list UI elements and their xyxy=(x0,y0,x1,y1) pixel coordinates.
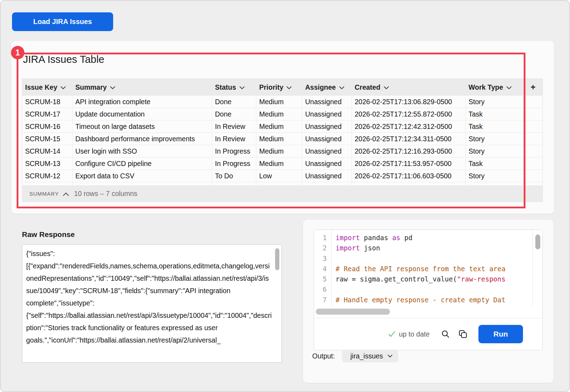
summary-toggle[interactable]: SUMMARY xyxy=(29,191,69,197)
column-header-summary[interactable]: Summary xyxy=(72,79,212,96)
table-cell[interactable]: 2026-02-25T17:12:16.293-0500 xyxy=(352,145,466,158)
table-cell[interactable]: 2026-02-25T17:11:53.957-0500 xyxy=(352,158,466,170)
table-cell[interactable]: Done xyxy=(212,108,256,120)
table-cell[interactable]: In Progress xyxy=(212,145,256,158)
code-editor-area[interactable]: 1234567 import pandas as pdimport json #… xyxy=(314,230,542,307)
table-row[interactable]: SCRUM-12Export data to CSVTo DoLowUnassi… xyxy=(22,170,542,182)
table-cell[interactable] xyxy=(256,182,302,186)
table-cell[interactable]: To Do xyxy=(212,170,256,182)
run-button[interactable]: Run xyxy=(478,325,523,343)
chevron-down-icon xyxy=(388,355,392,358)
table-cell[interactable]: SCRUM-18 xyxy=(22,96,72,108)
table-cell[interactable]: Story xyxy=(466,145,524,158)
output-select[interactable]: jira_issues xyxy=(342,350,398,362)
table-cell[interactable]: 2026-02-25T17:12:42.312-0500 xyxy=(352,120,466,133)
raw-response-textarea[interactable]: {"issues": [{"expand":"renderedFields,na… xyxy=(22,244,282,363)
column-header-work-type[interactable]: Work Type xyxy=(466,79,524,96)
table-cell[interactable]: Medium xyxy=(256,120,302,133)
table-cell[interactable] xyxy=(524,108,542,120)
table-cell[interactable]: SCRUM-12 xyxy=(22,170,72,182)
table-cell[interactable]: Story xyxy=(466,96,524,108)
table-cell[interactable] xyxy=(524,133,542,145)
table-cell[interactable]: SCRUM-17 xyxy=(22,108,72,120)
table-cell[interactable]: Configure CI/CD pipeline xyxy=(72,158,212,170)
table-cell[interactable]: Unassigned xyxy=(302,158,352,170)
table-row[interactable]: SCRUM-16Timeout on large datasetsIn Revi… xyxy=(22,120,542,133)
table-cell[interactable] xyxy=(524,158,542,170)
table-cell[interactable]: SCRUM-16 xyxy=(22,120,72,133)
column-header-issue-key[interactable]: Issue Key xyxy=(22,79,72,96)
table-cell[interactable] xyxy=(524,182,542,186)
table-cell[interactable]: API integration complete xyxy=(72,96,212,108)
table-cell[interactable]: Medium xyxy=(256,145,302,158)
table-cell[interactable] xyxy=(302,182,352,186)
table-cell[interactable] xyxy=(72,182,212,186)
table-cell[interactable]: Medium xyxy=(256,158,302,170)
table-cell[interactable]: Unassigned xyxy=(302,145,352,158)
code-editor-footer: up to date Run xyxy=(314,318,542,350)
column-header-created[interactable]: Created xyxy=(352,79,466,96)
table-cell[interactable] xyxy=(524,96,542,108)
table-cell[interactable]: Update documentation xyxy=(72,108,212,120)
table-cell[interactable]: Unassigned xyxy=(302,108,352,120)
table-cell[interactable] xyxy=(352,182,466,186)
table-cell[interactable]: Task xyxy=(466,108,524,120)
table-cell[interactable] xyxy=(22,182,72,186)
table-cell[interactable]: SCRUM-15 xyxy=(22,133,72,145)
table-cell[interactable]: In Review xyxy=(212,120,256,133)
table-row[interactable]: SCRUM-15Dashboard performance improvemen… xyxy=(22,133,542,145)
table-cell[interactable]: 2026-02-25T17:12:34.311-0500 xyxy=(352,133,466,145)
table-row[interactable]: SCRUM-13Configure CI/CD pipelineIn Progr… xyxy=(22,158,542,170)
table-cell[interactable] xyxy=(524,170,542,182)
table-cell[interactable]: Unassigned xyxy=(302,170,352,182)
table-cell[interactable]: Medium xyxy=(256,108,302,120)
table-row[interactable]: SCRUM-14User login with SSOIn ProgressMe… xyxy=(22,145,542,158)
table-cell[interactable]: Medium xyxy=(256,96,302,108)
code-editor: 1234567 import pandas as pdimport json #… xyxy=(314,230,543,350)
table-cell[interactable]: 2026-02-25T17:11:06.603-0500 xyxy=(352,170,466,182)
table-cell[interactable]: In Progress xyxy=(212,158,256,170)
column-header-status[interactable]: Status xyxy=(212,79,256,96)
code-line: # Handle empty response - create empty D… xyxy=(336,295,533,305)
table-cell[interactable]: 2026-02-25T17:13:06.829-0500 xyxy=(352,96,466,108)
table-cell[interactable] xyxy=(212,182,256,186)
table-cell[interactable]: SCRUM-13 xyxy=(22,158,72,170)
search-button[interactable] xyxy=(441,329,450,339)
table-cell[interactable] xyxy=(524,145,542,158)
table-cell[interactable]: Story xyxy=(466,170,524,182)
table-cell[interactable]: Export data to CSV xyxy=(72,170,212,182)
table-row[interactable]: SCRUM-17Update documentationDoneMediumUn… xyxy=(22,108,542,120)
table-cell[interactable]: Unassigned xyxy=(302,96,352,108)
table-cell[interactable] xyxy=(466,182,524,186)
table-cell[interactable]: Task xyxy=(466,120,524,133)
table-cell[interactable]: Done xyxy=(212,96,256,108)
table-row[interactable]: SCRUM-18API integration completeDoneMedi… xyxy=(22,96,542,108)
table-cell[interactable]: SCRUM-14 xyxy=(22,145,72,158)
load-jira-issues-button[interactable]: Load JIRA Issues xyxy=(12,12,113,31)
chevron-down-icon xyxy=(110,86,115,89)
table-cell[interactable]: Unassigned xyxy=(302,133,352,145)
table-cell[interactable]: Low xyxy=(256,170,302,182)
table-cell[interactable]: 2026-02-25T17:12:55.872-0500 xyxy=(352,108,466,120)
copy-button[interactable] xyxy=(458,329,468,339)
table-cell[interactable]: Timeout on large datasets xyxy=(72,120,212,133)
chevron-down-icon xyxy=(339,86,344,89)
table-cell[interactable]: Unassigned xyxy=(302,120,352,133)
table-cell[interactable]: User login with SSO xyxy=(72,145,212,158)
table-cell[interactable]: In Review xyxy=(212,133,256,145)
table-cell[interactable]: Story xyxy=(466,133,524,145)
column-header-priority[interactable]: Priority xyxy=(256,79,302,96)
code-horizontal-scrollbar[interactable] xyxy=(316,309,390,315)
code-text[interactable]: import pandas as pdimport json # Read th… xyxy=(332,230,533,307)
table-row[interactable] xyxy=(22,182,542,186)
table-cell[interactable]: Medium xyxy=(256,133,302,145)
column-header-assignee[interactable]: Assignee xyxy=(302,79,352,96)
code-vertical-scrollbar[interactable] xyxy=(535,234,540,249)
summary-counts: 10 rows – 7 columns xyxy=(74,190,137,198)
table-cell[interactable]: Dashboard performance improvements xyxy=(72,133,212,145)
add-column-button[interactable]: + xyxy=(524,79,542,96)
table-cell[interactable]: Task xyxy=(466,158,524,170)
raw-response-scrollbar[interactable] xyxy=(275,248,279,270)
code-line: # Read the API response from the text ar… xyxy=(336,264,533,274)
table-cell[interactable] xyxy=(524,120,542,133)
